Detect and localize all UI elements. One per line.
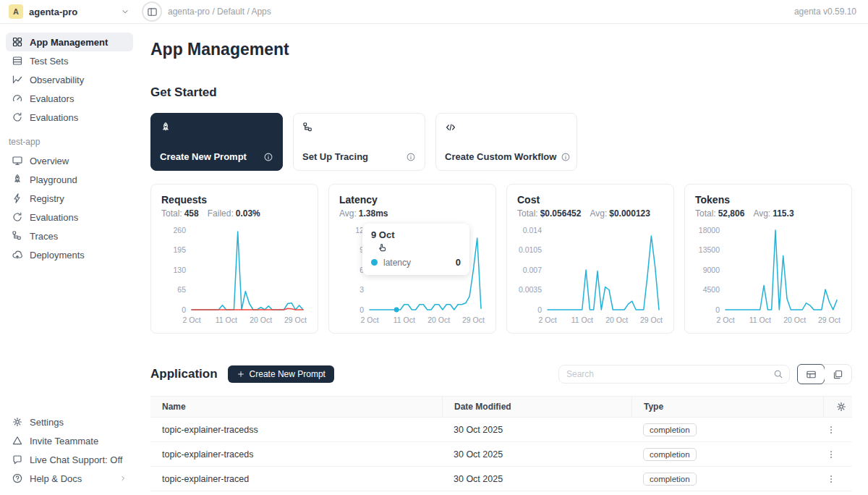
svg-text:11 Oct: 11 Oct — [216, 316, 237, 324]
sidebar-item-settings[interactable]: Settings — [6, 412, 133, 431]
table-row[interactable]: topic-explainer-tracedss30 Oct 2025compl… — [150, 418, 852, 442]
info-icon[interactable] — [263, 152, 273, 162]
metric-chart[interactable]: 0651301952602 Oct11 Oct20 Oct29 Oct — [161, 223, 307, 331]
search-box[interactable] — [558, 365, 790, 384]
table-header: NameDate ModifiedType — [150, 397, 852, 418]
rocket-icon — [160, 122, 171, 133]
application-heading: Application — [150, 367, 218, 381]
metric-chart[interactable]: 00.00350.0070.01050.0142 Oct11 Oct20 Oct… — [517, 223, 663, 331]
chevron-down-icon — [120, 7, 130, 17]
search-input[interactable] — [566, 369, 773, 379]
starter-card-label: Set Up Tracing — [302, 151, 368, 162]
svg-text:0.0105: 0.0105 — [519, 245, 542, 254]
table-view-button[interactable] — [797, 364, 825, 384]
svg-text:20 Oct: 20 Oct — [250, 316, 272, 324]
sidebar-item-label: Evaluators — [30, 93, 74, 104]
column-header-date-modified[interactable]: Date Modified — [442, 397, 631, 417]
card-set-up-tracing[interactable]: Set Up Tracing — [293, 113, 425, 171]
grid-icon — [12, 36, 23, 48]
sidebar-item-app-management[interactable]: App Management — [6, 33, 133, 51]
svg-text:29 Oct: 29 Oct — [640, 316, 663, 324]
hand-cursor-icon — [377, 242, 461, 253]
card-create-custom-workflow[interactable]: Create Custom Workflow — [435, 113, 577, 171]
plus-icon — [237, 370, 245, 378]
column-header-type[interactable]: Type — [631, 397, 823, 417]
gauge-icon — [12, 93, 23, 104]
svg-text:29 Oct: 29 Oct — [284, 316, 307, 324]
dots-vertical-icon — [826, 449, 836, 460]
metric-stat: Avg:1.38ms — [339, 208, 388, 219]
info-icon[interactable] — [561, 152, 571, 162]
metric-chart[interactable]: 04500900013500180002 Oct11 Oct20 Oct29 O… — [695, 223, 841, 331]
svg-text:0: 0 — [182, 305, 186, 314]
create-new-prompt-button[interactable]: Create New Prompt — [228, 365, 334, 383]
lightning-icon — [12, 192, 23, 204]
sidebar-item-label: Help & Docs — [30, 473, 82, 484]
metric-stat: Total:458 — [161, 208, 199, 219]
sidebar: App ManagementTest SetsObservabilityEval… — [0, 24, 139, 495]
sidebar-item-deployments[interactable]: Deployments — [6, 245, 133, 264]
sidebar-spacer — [6, 264, 133, 412]
app-name[interactable]: topic-explainer-traced — [150, 474, 442, 484]
metric-title: Requests — [161, 194, 307, 206]
column-settings-button[interactable] — [823, 397, 859, 417]
code-icon — [445, 122, 456, 133]
sidebar-toggle-button[interactable] — [142, 1, 162, 22]
card-view-button[interactable] — [824, 365, 851, 384]
app-type-badge: completion — [643, 448, 697, 461]
sidebar-item-live-chat-support-off[interactable]: Live Chat Support: Off — [6, 450, 133, 469]
sidebar-item-label: App Management — [30, 37, 108, 48]
view-toggle — [797, 364, 852, 384]
metric-card-requests: RequestsTotal:458Failed:0.03%06513019526… — [150, 184, 318, 334]
app-name[interactable]: topic-explainer-tracedss — [150, 425, 442, 435]
sidebar-item-traces[interactable]: Traces — [6, 227, 133, 245]
rocket-icon — [12, 174, 23, 185]
gear-icon — [12, 416, 23, 428]
column-header-name[interactable]: Name — [150, 397, 442, 417]
metric-stat: Failed:0.03% — [208, 208, 260, 219]
card-create-new-prompt[interactable]: Create New Prompt — [150, 113, 283, 171]
info-icon[interactable] — [406, 152, 416, 162]
svg-text:11 Oct: 11 Oct — [749, 316, 771, 324]
series-dot — [371, 259, 378, 266]
sidebar-item-evaluations[interactable]: Evaluations — [6, 208, 133, 227]
table-row[interactable]: career-assessment27 Oct 2025completion — [150, 491, 852, 495]
row-menu-button[interactable] — [823, 425, 852, 435]
breadcrumb[interactable]: agenta-pro / Default / Apps — [168, 7, 271, 17]
row-menu-button[interactable] — [823, 449, 852, 460]
table-row[interactable]: topic-explainer-traceds30 Oct 2025comple… — [150, 442, 852, 467]
svg-text:29 Oct: 29 Oct — [462, 316, 485, 324]
chart-tooltip: 9 Octlatency0 — [362, 224, 469, 275]
sidebar-item-label: Live Chat Support: Off — [30, 454, 122, 465]
svg-text:20 Oct: 20 Oct — [605, 316, 628, 324]
sidebar-item-playground[interactable]: Playground — [6, 170, 133, 189]
chat-icon — [12, 454, 23, 465]
row-menu-button[interactable] — [823, 474, 852, 484]
sidebar-item-overview[interactable]: Overview — [6, 151, 133, 170]
svg-text:9000: 9000 — [703, 266, 720, 274]
sidebar-item-label: Test Sets — [30, 56, 68, 67]
dots-vertical-icon — [826, 474, 836, 484]
sidebar-item-help-docs[interactable]: Help & Docs — [6, 469, 133, 488]
sidebar-item-observability[interactable]: Observability — [6, 70, 133, 89]
sidebar-item-test-sets[interactable]: Test Sets — [6, 51, 133, 70]
svg-text:0.007: 0.007 — [523, 266, 542, 274]
cloud-icon — [12, 249, 23, 261]
search-icon[interactable] — [773, 369, 783, 379]
sidebar-item-evaluators[interactable]: Evaluators — [6, 89, 133, 108]
cycle-icon — [12, 211, 23, 223]
metric-title: Tokens — [695, 194, 841, 206]
tracing-icon — [302, 122, 314, 133]
sidebar-item-label: Playground — [30, 174, 77, 185]
workspace-selector[interactable]: A agenta-pro — [0, 4, 139, 19]
sidebar-item-registry[interactable]: Registry — [6, 189, 133, 208]
app-date-modified: 30 Oct 2025 — [442, 449, 631, 460]
help-icon — [12, 473, 23, 484]
table-row[interactable]: topic-explainer-traced30 Oct 2025complet… — [150, 467, 852, 491]
sidebar-item-evaluations[interactable]: Evaluations — [6, 108, 133, 127]
svg-text:0: 0 — [359, 305, 364, 314]
sidebar-item-invite-teammate[interactable]: Invite Teammate — [6, 431, 133, 450]
metric-title: Latency — [339, 194, 485, 206]
svg-text:0: 0 — [715, 305, 720, 314]
app-name[interactable]: topic-explainer-traceds — [150, 449, 442, 460]
